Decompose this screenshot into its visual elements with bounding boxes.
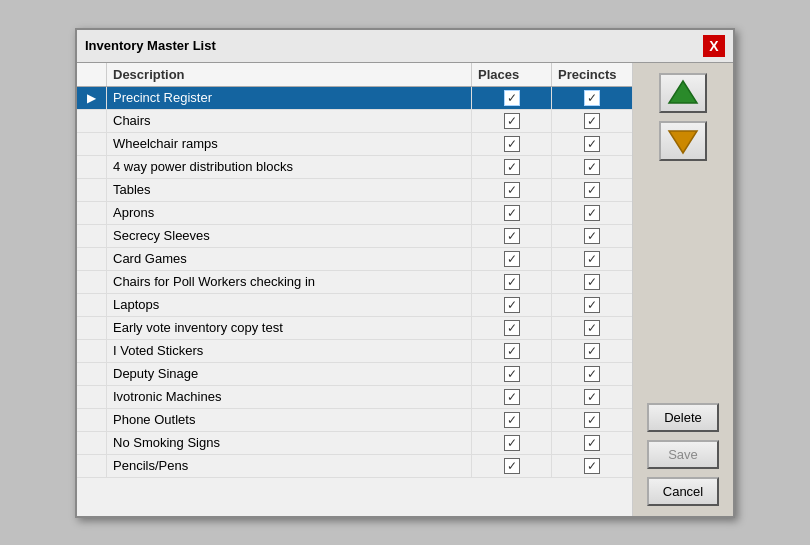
row-description: Card Games	[107, 248, 472, 270]
row-description: No Smoking Signs	[107, 432, 472, 454]
delete-button[interactable]: Delete	[647, 403, 719, 432]
row-precincts-checkbox[interactable]	[552, 340, 632, 362]
cancel-button[interactable]: Cancel	[647, 477, 719, 506]
row-places-checkbox[interactable]	[472, 363, 552, 385]
row-precincts-checkbox[interactable]	[552, 248, 632, 270]
row-description: Phone Outlets	[107, 409, 472, 431]
row-places-checkbox[interactable]	[472, 340, 552, 362]
table-row[interactable]: Phone Outlets	[77, 409, 632, 432]
row-precincts-checkbox[interactable]	[552, 294, 632, 316]
table-row[interactable]: Wheelchair ramps	[77, 133, 632, 156]
table-row[interactable]: Tables	[77, 179, 632, 202]
row-arrow	[77, 156, 107, 178]
row-description: Secrecy Sleeves	[107, 225, 472, 247]
row-description: Tables	[107, 179, 472, 201]
row-precincts-checkbox[interactable]	[552, 409, 632, 431]
row-description: Ivotronic Machines	[107, 386, 472, 408]
row-description: Deputy Sinage	[107, 363, 472, 385]
row-arrow	[77, 225, 107, 247]
dialog-body: Description Places Precincts ▶Precinct R…	[77, 63, 733, 516]
row-precincts-checkbox[interactable]	[552, 432, 632, 454]
row-places-checkbox[interactable]	[472, 156, 552, 178]
row-places-checkbox[interactable]	[472, 110, 552, 132]
row-description: 4 way power distribution blocks	[107, 156, 472, 178]
row-arrow	[77, 386, 107, 408]
table-row[interactable]: Early vote inventory copy test	[77, 317, 632, 340]
table-row[interactable]: Pencils/Pens	[77, 455, 632, 478]
row-description: Chairs for Poll Workers checking in	[107, 271, 472, 293]
table-row[interactable]: 4 way power distribution blocks	[77, 156, 632, 179]
row-places-checkbox[interactable]	[472, 317, 552, 339]
table-row[interactable]: ▶Precinct Register	[77, 87, 632, 110]
table-row[interactable]: Ivotronic Machines	[77, 386, 632, 409]
row-arrow	[77, 248, 107, 270]
row-description: Chairs	[107, 110, 472, 132]
close-button[interactable]: X	[703, 35, 725, 57]
row-places-checkbox[interactable]	[472, 386, 552, 408]
move-up-button[interactable]	[659, 73, 707, 113]
row-arrow	[77, 202, 107, 224]
table-row[interactable]: Chairs for Poll Workers checking in	[77, 271, 632, 294]
table-header: Description Places Precincts	[77, 63, 632, 87]
row-precincts-checkbox[interactable]	[552, 133, 632, 155]
table-scroll[interactable]: ▶Precinct RegisterChairsWheelchair ramps…	[77, 87, 632, 516]
row-description: Precinct Register	[107, 87, 472, 109]
row-arrow	[77, 363, 107, 385]
row-precincts-checkbox[interactable]	[552, 225, 632, 247]
row-arrow	[77, 110, 107, 132]
row-description: Early vote inventory copy test	[107, 317, 472, 339]
row-places-checkbox[interactable]	[472, 409, 552, 431]
col-arrow	[77, 63, 107, 86]
table-area: Description Places Precincts ▶Precinct R…	[77, 63, 633, 516]
row-description: Wheelchair ramps	[107, 133, 472, 155]
row-precincts-checkbox[interactable]	[552, 386, 632, 408]
table-row[interactable]: I Voted Stickers	[77, 340, 632, 363]
row-places-checkbox[interactable]	[472, 202, 552, 224]
row-arrow	[77, 340, 107, 362]
row-places-checkbox[interactable]	[472, 179, 552, 201]
row-places-checkbox[interactable]	[472, 133, 552, 155]
row-precincts-checkbox[interactable]	[552, 202, 632, 224]
row-precincts-checkbox[interactable]	[552, 156, 632, 178]
move-down-button[interactable]	[659, 121, 707, 161]
row-description: Aprons	[107, 202, 472, 224]
row-precincts-checkbox[interactable]	[552, 179, 632, 201]
row-precincts-checkbox[interactable]	[552, 455, 632, 477]
row-precincts-checkbox[interactable]	[552, 271, 632, 293]
row-places-checkbox[interactable]	[472, 87, 552, 109]
table-row[interactable]: Chairs	[77, 110, 632, 133]
row-places-checkbox[interactable]	[472, 271, 552, 293]
title-bar: Inventory Master List X	[77, 30, 733, 63]
col-description: Description	[107, 63, 472, 86]
row-arrow	[77, 133, 107, 155]
row-arrow	[77, 455, 107, 477]
table-row[interactable]: Deputy Sinage	[77, 363, 632, 386]
row-places-checkbox[interactable]	[472, 455, 552, 477]
row-arrow	[77, 294, 107, 316]
col-places: Places	[472, 63, 552, 86]
row-arrow	[77, 317, 107, 339]
dialog-title: Inventory Master List	[85, 38, 216, 53]
row-arrow	[77, 179, 107, 201]
row-places-checkbox[interactable]	[472, 248, 552, 270]
col-precincts: Precincts	[552, 63, 632, 86]
row-arrow: ▶	[77, 87, 107, 109]
save-button[interactable]: Save	[647, 440, 719, 469]
row-places-checkbox[interactable]	[472, 432, 552, 454]
up-arrow-icon	[667, 78, 699, 108]
row-precincts-checkbox[interactable]	[552, 317, 632, 339]
row-description: Laptops	[107, 294, 472, 316]
table-row[interactable]: Laptops	[77, 294, 632, 317]
row-precincts-checkbox[interactable]	[552, 110, 632, 132]
row-places-checkbox[interactable]	[472, 294, 552, 316]
down-arrow-icon	[667, 126, 699, 156]
table-row[interactable]: Secrecy Sleeves	[77, 225, 632, 248]
row-arrow	[77, 271, 107, 293]
table-row[interactable]: No Smoking Signs	[77, 432, 632, 455]
table-row[interactable]: Card Games	[77, 248, 632, 271]
table-row[interactable]: Aprons	[77, 202, 632, 225]
row-places-checkbox[interactable]	[472, 225, 552, 247]
row-precincts-checkbox[interactable]	[552, 363, 632, 385]
row-precincts-checkbox[interactable]	[552, 87, 632, 109]
row-arrow	[77, 409, 107, 431]
